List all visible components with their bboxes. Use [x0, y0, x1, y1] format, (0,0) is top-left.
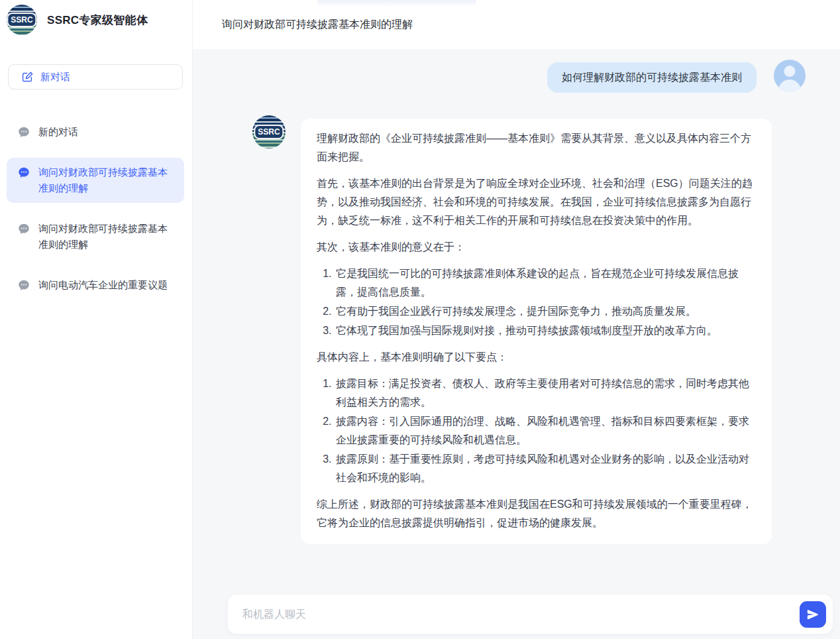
bot-paragraph: 首先，该基本准则的出台背景是为了响应全球对企业环境、社会和治理（ESG）问题关注…: [317, 174, 756, 230]
list-item: 它体现了我国加强与国际规则对接，推动可持续披露领域制度型开放的改革方向。: [335, 321, 756, 340]
bot-paragraph: 理解财政部的《企业可持续披露准则——基本准则》需要从其背景、意义以及具体内容三个…: [317, 129, 756, 166]
chat-header: 询问对财政部可持续披露基本准则的理解: [193, 0, 840, 49]
new-chat-label: 新对话: [40, 71, 70, 84]
app-title: SSRC专家级智能体: [47, 13, 148, 28]
bot-message-bubble: 理解财政部的《企业可持续披露准则——基本准则》需要从其背景、意义以及具体内容三个…: [301, 119, 772, 544]
list-item: 披露内容：引入国际通用的治理、战略、风险和机遇管理、指标和目标四要素框架，要求企…: [335, 412, 756, 449]
scrolled-content-remnant: [317, 0, 476, 7]
logo-badge: SSRC: [255, 126, 282, 138]
sidebar: SSRC SSRC专家级智能体 新对话 新的对话: [0, 0, 193, 639]
conversation-list: 新的对话 询问对财政部可持续披露基本准则的理解 询问对财政部可持续披露基本准则的…: [7, 117, 184, 300]
compose-icon: [21, 71, 33, 83]
bot-message-row: SSRC 理解财政部的《企业可持续披露准则——基本准则》需要从其背景、意义以及具…: [252, 119, 840, 544]
chat-bubble-icon: [18, 223, 30, 235]
send-icon: [806, 608, 819, 621]
brand: SSRC SSRC专家级智能体: [7, 3, 184, 35]
chat-bubble-icon: [18, 279, 30, 291]
chat-title: 询问对财政部可持续披露基本准则的理解: [222, 18, 413, 32]
list-item: 披露原则：基于重要性原则，考虑可持续风险和机遇对企业财务的影响，以及企业活动对社…: [335, 450, 756, 487]
user-message-bubble: 如何理解财政部的可持续披露基本准则: [547, 62, 757, 93]
chat-bubble-icon: [18, 126, 30, 138]
message-composer: [228, 595, 833, 634]
conversation-label: 询问对财政部可持续披露基本准则的理解: [38, 164, 176, 196]
user-message-row: 如何理解财政部的可持续披露基本准则: [193, 62, 806, 93]
bot-list-significance: 它是我国统一可比的可持续披露准则体系建设的起点，旨在规范企业可持续发展信息披露，…: [317, 264, 756, 340]
conversation-item-4[interactable]: 询问电动汽车企业的重要议题: [7, 270, 184, 300]
send-button[interactable]: [800, 601, 826, 628]
chat-area: 如何理解财政部的可持续披露基本准则 SSRC 理解财政部的《企业可持续披露准则—…: [193, 49, 840, 639]
chat-bubble-icon: [18, 166, 30, 178]
conversation-label: 询问对财政部可持续披露基本准则的理解: [38, 221, 176, 253]
user-avatar-icon: [774, 60, 806, 91]
new-chat-button[interactable]: 新对话: [8, 64, 183, 89]
ssrc-logo-icon: SSRC: [7, 5, 37, 35]
list-item: 披露目标：满足投资者、债权人、政府等主要使用者对可持续信息的需求，同时考虑其他利…: [335, 375, 756, 412]
bot-avatar-ssrc-logo: SSRC: [252, 115, 286, 148]
bot-paragraph: 综上所述，财政部的可持续披露基本准则是我国在ESG和可持续发展领域的一个重要里程…: [317, 495, 756, 532]
bot-paragraph: 具体内容上，基本准则明确了以下要点：: [317, 348, 756, 367]
conversation-item-1[interactable]: 新的对话: [7, 117, 184, 146]
bot-list-key-points: 披露目标：满足投资者、债权人、政府等主要使用者对可持续信息的需求，同时考虑其他利…: [317, 375, 756, 487]
conversation-label: 询问电动汽车企业的重要议题: [38, 277, 168, 293]
list-item: 它有助于我国企业践行可持续发展理念，提升国际竞争力，推动高质量发展。: [335, 302, 756, 321]
bot-paragraph: 其次，该基本准则的意义在于：: [317, 238, 756, 257]
logo-badge: SSRC: [8, 14, 35, 26]
app-window: SSRC SSRC专家级智能体 新对话 新的对话: [0, 0, 840, 639]
conversation-label: 新的对话: [38, 124, 78, 140]
chat-input[interactable]: [242, 609, 800, 620]
conversation-item-3[interactable]: 询问对财政部可持续披露基本准则的理解: [7, 214, 184, 259]
message-scroll-region[interactable]: 如何理解财政部的可持续披露基本准则 SSRC 理解财政部的《企业可持续披露准则—…: [193, 49, 840, 604]
main-panel: 询问对财政部可持续披露基本准则的理解 如何理解财政部的可持续披露基本准则 SSR…: [193, 0, 840, 639]
list-item: 它是我国统一可比的可持续披露准则体系建设的起点，旨在规范企业可持续发展信息披露，…: [335, 264, 756, 302]
conversation-item-2-active[interactable]: 询问对财政部可持续披露基本准则的理解: [7, 158, 184, 203]
